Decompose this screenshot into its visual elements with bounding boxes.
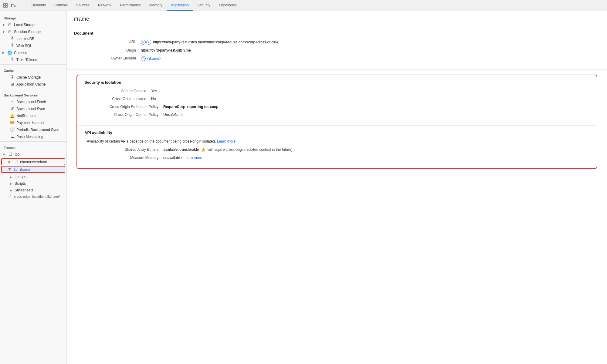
sidebar: Storage ▶ ⊞ Local Storage ▶ ⊞ Session St… — [0, 11, 67, 364]
url-icons-group: ↻ ⬆ — [141, 40, 151, 45]
storage-section-title: Storage — [0, 13, 66, 21]
coep-value-text: RequireCorp — [163, 105, 185, 109]
coep-value: RequireCorp reporting to: coep — [163, 105, 218, 109]
sidebar-item-background-sync[interactable]: ↺ Background Sync — [0, 105, 66, 112]
sidebar-item-stylesheets[interactable]: ▶ Stylesheets — [0, 187, 66, 194]
images-label: Images — [15, 175, 26, 179]
background-sync-label: Background Sync — [16, 107, 45, 111]
payment-handler-icon: 💳 — [10, 120, 15, 125]
chromewebdata-arrow: ▶ — [8, 160, 11, 163]
cross-origin-isolated-value: No — [151, 97, 156, 101]
inspect-icon[interactable] — [2, 2, 8, 8]
sidebar-item-local-storage[interactable]: ▶ ⊞ Local Storage — [0, 21, 66, 28]
iframe-label: iframe — [20, 167, 30, 172]
sidebar-item-session-storage[interactable]: ▶ ⊞ Session Storage — [0, 28, 66, 35]
web-sql-label: Web SQL — [16, 44, 32, 48]
tab-console[interactable]: Console — [50, 0, 72, 11]
cookies-arrow: ▶ — [2, 51, 5, 54]
sidebar-item-trust-tokens[interactable]: 🗄 Trust Tokens — [0, 56, 66, 63]
shared-array-label: Shared Array Buffers — [84, 147, 163, 152]
measure-memory-value: unavailable Learn more — [163, 156, 202, 160]
document-section-label: Document — [74, 31, 600, 35]
document-section: Document URL ↻ ⬆ https://third-party-tes… — [67, 26, 607, 70]
coep-row: Cross-Origin Embedder Policy RequireCorp… — [84, 105, 589, 109]
secure-context-value: Yes — [151, 89, 157, 93]
sidebar-item-top[interactable]: ▼ ☐ top — [0, 151, 66, 158]
background-fetch-label: Background Fetch — [16, 100, 46, 104]
security-section-label: Security & Isolation — [84, 80, 589, 85]
trust-tokens-label: Trust Tokens — [16, 58, 37, 62]
tab-memory[interactable]: Memory — [145, 0, 167, 11]
coop-row: Cross-Origin Opener Policy UnsafeNone — [84, 113, 589, 117]
background-sync-icon: ↺ — [10, 106, 15, 111]
cache-storage-label: Cache Storage — [16, 75, 41, 79]
svg-rect-5 — [14, 5, 15, 7]
sidebar-item-images[interactable]: ▶ Images — [0, 174, 66, 180]
sidebar-item-web-sql[interactable]: 🗄 Web SQL — [0, 42, 66, 49]
devtools-topbar: Elements Console Sources Network Perform… — [0, 0, 607, 11]
iframe-icon: ☐ — [13, 167, 18, 172]
api-availability-section: API availability Availability of certain… — [77, 126, 597, 168]
cache-divider — [0, 64, 66, 65]
sidebar-item-cross-origin[interactable]: 📄 cross-origin-isolation.glitch.me/ — [0, 194, 66, 200]
measure-memory-row: Measure Memory unavailable Learn more — [84, 156, 589, 160]
sidebar-item-background-fetch[interactable]: ↕ Background Fetch — [0, 98, 66, 105]
shared-array-value: available, transferable ⚠️ will require … — [163, 147, 293, 152]
coep-label: Cross-Origin Embedder Policy — [84, 105, 163, 109]
sidebar-item-cache-storage[interactable]: 🗄 Cache Storage — [0, 74, 66, 81]
sidebar-item-periodic-bg-sync[interactable]: 🕐 Periodic Background Sync — [0, 126, 66, 133]
images-arrow: ▶ — [10, 175, 12, 179]
notifications-label: Notifications — [16, 114, 36, 118]
code-bracket-icon: </> — [141, 56, 146, 61]
tab-performance[interactable]: Performance — [116, 0, 145, 11]
device-toggle-icon[interactable] — [10, 2, 16, 8]
local-storage-arrow: ▶ — [2, 24, 5, 26]
origin-row: Origin https://third-party-test.glitch.m… — [74, 48, 600, 52]
tab-lighthouse[interactable]: Lighthouse — [215, 0, 241, 11]
indexeddb-label: IndexedDB — [16, 37, 34, 41]
topbar-icons — [2, 2, 16, 8]
sidebar-item-payment-handler[interactable]: 💳 Payment Handler — [0, 119, 66, 126]
cookies-label: Cookies — [14, 51, 27, 55]
session-storage-arrow: ▶ — [2, 31, 5, 33]
top-label: top — [15, 152, 20, 157]
sidebar-item-scripts[interactable]: ▶ Scripts — [0, 180, 66, 187]
url-row: URL ↻ ⬆ https://third-party-test.glitch.… — [74, 40, 600, 45]
tab-application[interactable]: Application — [167, 0, 193, 11]
security-isolation-block: Security & Isolation Secure Context Yes … — [76, 75, 597, 169]
refresh-url-icon[interactable]: ↻ — [141, 40, 146, 45]
navigate-url-icon[interactable]: ⬆ — [146, 40, 151, 45]
stylesheets-arrow: ▶ — [10, 189, 12, 192]
sidebar-item-notifications[interactable]: 🔔 Notifications — [0, 112, 66, 119]
notifications-icon: 🔔 — [10, 113, 15, 118]
measure-memory-learn-more-link[interactable]: Learn more — [184, 156, 202, 160]
chromewebdata-label: chromewebdata/ — [20, 160, 47, 164]
tab-elements[interactable]: Elements — [26, 0, 50, 11]
warning-icon: ⚠️ — [201, 147, 205, 152]
chromewebdata-icon: 📄 — [13, 160, 18, 164]
sidebar-item-cookies[interactable]: ▶ 🌐 Cookies — [0, 49, 66, 56]
sidebar-item-application-cache[interactable]: ⊞ Application Cache — [0, 81, 66, 88]
url-field-value: ↻ ⬆ https://third-party-test.glitch.me/i… — [141, 40, 279, 45]
url-value: https://third-party-test.glitch.me/ifram… — [153, 40, 279, 44]
sidebar-item-indexeddb[interactable]: 🗄 IndexedDB — [0, 35, 66, 42]
secure-context-label: Secure Context — [84, 89, 151, 93]
sidebar-item-chromewebdata[interactable]: ▶ 📄 chromewebdata/ — [1, 158, 65, 165]
bg-services-section-title: Background Services — [0, 90, 66, 98]
push-messaging-icon: ☁ — [10, 134, 15, 139]
sidebar-item-push-messaging[interactable]: ☁ Push Messaging — [0, 133, 66, 140]
api-learn-more-link[interactable]: Learn more — [217, 139, 236, 143]
indexeddb-icon: 🗄 — [10, 36, 15, 41]
bg-services-divider — [0, 89, 66, 89]
tab-sources[interactable]: Sources — [72, 0, 94, 11]
cross-origin-isolated-row: Cross-Origin Isolated No — [84, 97, 589, 101]
sidebar-item-iframe[interactable]: ▶ ☐ iframe — [1, 166, 65, 173]
tab-network[interactable]: Network — [94, 0, 116, 11]
session-storage-label: Session Storage — [14, 30, 41, 34]
origin-field-value: https://third-party-test.glitch.me — [141, 48, 191, 52]
background-fetch-icon: ↕ — [10, 99, 15, 104]
web-sql-icon: 🗄 — [10, 43, 15, 48]
owner-element-link[interactable]: </> <iframe> — [141, 56, 161, 61]
tab-security[interactable]: Security — [193, 0, 215, 11]
coop-value: UnsafeNone — [163, 113, 184, 117]
